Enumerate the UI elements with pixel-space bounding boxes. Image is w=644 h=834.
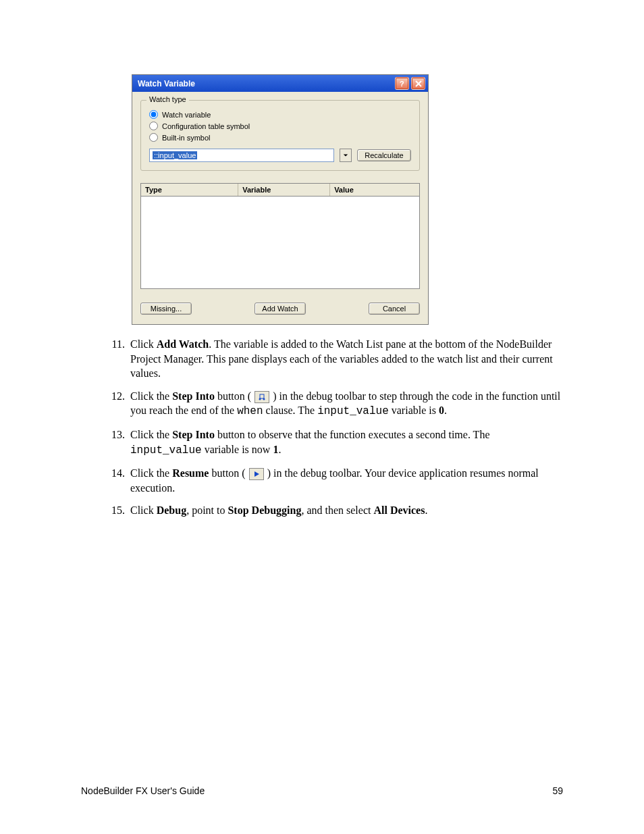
step-12: 12. Click the Step Into button ( ) in th… (105, 389, 563, 419)
titlebar-buttons: ? (395, 77, 425, 90)
dialog-title: Watch Variable (135, 79, 195, 88)
step-into-icon (254, 391, 269, 403)
variable-edit-row: ::input_value Recalculate (149, 149, 411, 162)
group-legend: Watch type (146, 95, 189, 103)
page: Watch Variable ? Watch type Watch variab… (0, 0, 644, 834)
step-body: Click the Step Into button to observe th… (130, 427, 563, 458)
dialog-titlebar: Watch Variable ? (132, 75, 428, 92)
footer-title: NodeBuilder FX User's Guide (81, 785, 205, 796)
watch-variable-dialog: Watch Variable ? Watch type Watch variab… (132, 74, 429, 325)
variable-input[interactable]: ::input_value (149, 149, 334, 162)
step-body: Click the Resume button ( ) in the debug… (130, 466, 563, 495)
radio-builtin-input[interactable] (149, 133, 158, 142)
help-icon[interactable]: ? (395, 77, 409, 90)
dialog-body: Watch type Watch variable Configuration … (132, 92, 428, 324)
svg-rect-1 (260, 394, 264, 398)
cancel-button[interactable]: Cancel (369, 303, 420, 315)
variable-input-value: ::input_value (153, 151, 197, 159)
step-15: 15. Click Debug, point to Stop Debugging… (105, 503, 563, 518)
step-11: 11. Click Add Watch. The variable is add… (105, 337, 563, 381)
svg-text:?: ? (400, 80, 404, 88)
svg-point-3 (263, 398, 265, 400)
step-number: 11. (105, 337, 125, 381)
step-body: Click Add Watch. The variable is added t… (130, 337, 563, 381)
variable-table: Type Variable Value (140, 183, 420, 289)
col-variable-header: Variable (238, 184, 330, 196)
col-value-header: Value (330, 184, 419, 196)
dropdown-button[interactable] (340, 149, 352, 162)
instruction-list: 11. Click Add Watch. The variable is add… (105, 337, 563, 518)
recalculate-button[interactable]: Recalculate (357, 149, 411, 161)
missing-button[interactable]: Missing... (140, 303, 192, 315)
step-number: 13. (105, 427, 125, 458)
col-type-header: Type (141, 184, 238, 196)
step-number: 14. (105, 466, 125, 495)
step-13: 13. Click the Step Into button to observ… (105, 427, 563, 458)
page-number: 59 (552, 785, 563, 796)
table-header-row: Type Variable Value (141, 184, 419, 197)
step-body: Click the Step Into button ( ) in the de… (130, 389, 563, 419)
radio-watch-variable-input[interactable] (149, 110, 158, 119)
svg-point-2 (259, 398, 261, 400)
radio-watch-variable-label: Watch variable (162, 111, 211, 119)
watch-type-group: Watch type Watch variable Configuration … (140, 100, 420, 171)
add-watch-button[interactable]: Add Watch (254, 303, 306, 315)
resume-icon (249, 468, 264, 480)
step-body: Click Debug, point to Stop Debugging, an… (130, 503, 563, 518)
radio-config-table[interactable]: Configuration table symbol (149, 122, 411, 130)
close-icon[interactable] (411, 77, 425, 90)
page-footer: NodeBuilder FX User's Guide 59 (81, 785, 563, 796)
radio-config-table-input[interactable] (149, 122, 158, 130)
dialog-button-row: Missing... Add Watch Cancel (140, 303, 420, 315)
step-14: 14. Click the Resume button ( ) in the d… (105, 466, 563, 495)
radio-builtin[interactable]: Built-in symbol (149, 133, 411, 142)
radio-watch-variable[interactable]: Watch variable (149, 110, 411, 119)
radio-config-table-label: Configuration table symbol (162, 122, 250, 130)
step-number: 12. (105, 389, 125, 419)
radio-builtin-label: Built-in symbol (162, 134, 211, 142)
step-number: 15. (105, 503, 125, 518)
